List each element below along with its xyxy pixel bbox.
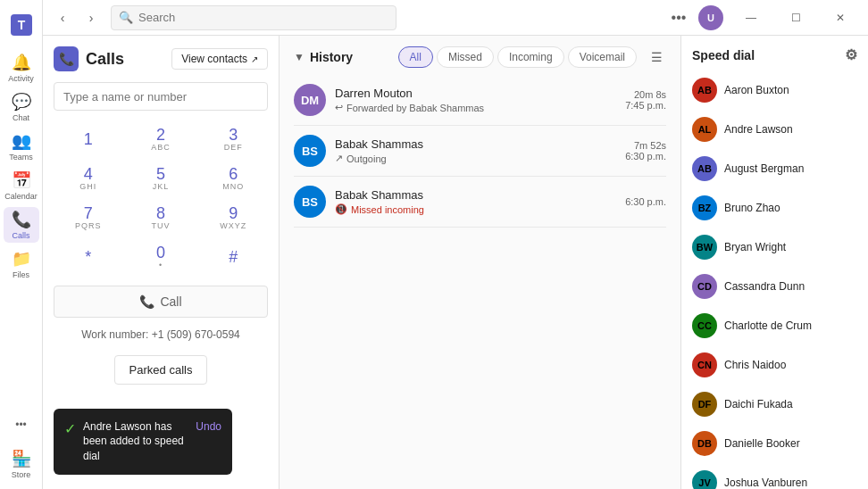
sidebar-item-calendar[interactable]: 📅 Calendar [4,168,39,203]
close-button[interactable]: ✕ [820,4,861,32]
filter-tab-incoming[interactable]: Incoming [497,46,564,68]
speed-dial-item[interactable]: JV Joshua Vanburen [689,463,861,489]
speed-dial-name: Daichi Fukada [724,398,793,410]
dial-key-9[interactable]: 9WXYZ [199,200,268,236]
history-time: 6:30 p.m. [625,196,666,207]
files-icon: 📁 [12,249,31,269]
history-avatar: DM [294,84,326,116]
filter-more-button[interactable]: ☰ [647,46,666,68]
sidebar-item-files[interactable]: 📁 Files [4,246,39,282]
chat-icon: 💬 [12,92,31,112]
dial-key-4[interactable]: 4GHI [54,161,122,196]
call-button[interactable]: 📞 Call [54,286,268,318]
toast-undo-button[interactable]: Undo [196,420,221,433]
speed-dial-avatar: BZ [692,195,717,220]
search-bar[interactable]: 🔍 [111,5,396,30]
parked-calls-button[interactable]: Parked calls [114,355,208,385]
dial-key-8[interactable]: 8TUV [126,200,195,236]
history-item[interactable]: BS Babak Shammas ↗ Outgoing 7m 52s 6:30 … [294,126,666,177]
sidebar-item-files-label: Files [13,270,29,279]
history-name: Babak Shammas [335,188,625,202]
store-icon: 🏪 [12,449,31,468]
dial-key-#[interactable]: # [199,239,268,275]
sidebar-item-chat[interactable]: 💬 Chat [4,89,39,125]
dial-sub: WXYZ [220,221,246,230]
search-input[interactable] [138,11,388,24]
speed-dial-panel: Speed dial ⚙ AB Aaron Buxton AL Andre La… [680,36,868,489]
dial-num: 7 [84,205,93,221]
forward-button[interactable]: › [79,5,104,30]
user-avatar[interactable]: U [698,5,723,30]
dial-key-0[interactable]: 0• [126,239,195,275]
filter-tab-missed[interactable]: Missed [437,46,494,68]
speed-dial-item[interactable]: BZ Bruno Zhao [689,188,861,228]
speed-dial-item[interactable]: DF Daichi Fukada [689,385,861,424]
speed-dial-name: Danielle Booker [724,437,800,450]
calls-heading: Calls [86,50,124,69]
history-name: Babak Shammas [335,137,625,151]
back-button[interactable]: ‹ [50,5,75,30]
history-meta: 6:30 p.m. [625,196,666,207]
more-options-button[interactable]: ••• [666,5,691,30]
speed-dial-item[interactable]: AB August Bergman [689,149,861,188]
speed-dial-heading: Speed dial [692,48,755,62]
calendar-icon: 📅 [12,170,31,190]
dial-key-2[interactable]: 2ABC [126,121,195,157]
history-list: DM Darren Mouton ↩ Forwarded by Babak Sh… [280,75,680,489]
sidebar-item-calls[interactable]: 📞 Calls [4,207,39,243]
history-sub-text: Missed incoming [351,204,424,215]
forwarded-icon: ↩ [335,102,343,113]
maximize-button[interactable]: ☐ [775,4,816,32]
history-duration: 7m 52s [625,140,666,151]
sidebar-item-store[interactable]: 🏪 Store [4,446,39,482]
filter-tab-all[interactable]: All [398,46,433,68]
dial-key-3[interactable]: 3DEF [199,121,268,157]
sidebar-item-activity[interactable]: 🔔 Activity [4,50,39,86]
work-number: Work number: +1 (509) 670-0594 [54,328,268,341]
history-item[interactable]: BS Babak Shammas 📵 Missed incoming 6:30 … [294,177,666,228]
speed-dial-item[interactable]: DB Danielle Booker [689,424,861,463]
external-link-icon: ↗ [251,54,258,64]
speed-dial-name: August Bergman [724,162,804,175]
speed-dial-avatar: AB [692,78,717,103]
speed-dial-item[interactable]: AB Aaron Buxton [689,70,861,110]
missed-icon: 📵 [335,203,347,215]
dial-key-6[interactable]: 6MNO [199,161,268,196]
svg-text:T: T [17,18,25,32]
history-time: 7:45 p.m. [625,100,666,111]
name-number-input[interactable] [54,82,268,111]
speed-dial-item[interactable]: CC Charlotte de Crum [689,306,861,345]
history-time: 6:30 p.m. [625,151,666,162]
speed-dial-avatar: AB [692,156,717,181]
sidebar-item-teams[interactable]: 👥 Teams [4,128,39,164]
sidebar-item-calendar-label: Calendar [4,192,38,201]
history-meta: 20m 8s 7:45 p.m. [625,89,666,111]
dial-sub: • [159,261,163,269]
sidebar-item-chat-label: Chat [13,113,29,122]
speed-dial-name: Bryan Wright [724,241,786,253]
dial-key-7[interactable]: 7PQRS [54,200,122,236]
sidebar-item-more[interactable]: ••• [4,407,39,443]
speed-dial-avatar: CN [692,352,717,377]
sidebar-nav: 🔔 Activity 💬 Chat 👥 Teams 📅 Calendar 📞 C… [4,50,39,407]
more-icon: ••• [15,419,27,431]
speed-dial-item[interactable]: CN Chris Naidoo [689,345,861,385]
minimize-button[interactable]: — [730,4,772,32]
dial-key-5[interactable]: 5JKL [126,161,195,196]
dial-key-1[interactable]: 1 [54,121,122,157]
speed-dial-settings-button[interactable]: ⚙ [845,46,857,63]
speed-dial-item[interactable]: CD Cassandra Dunn [689,267,861,306]
speed-dial-avatar: AL [692,117,717,142]
history-item[interactable]: DM Darren Mouton ↩ Forwarded by Babak Sh… [294,75,666,126]
history-meta: 7m 52s 6:30 p.m. [625,140,666,162]
dial-key-*[interactable]: * [54,239,122,275]
history-arrow[interactable]: ▼ [294,51,305,63]
filter-tab-voicemail[interactable]: Voicemail [568,46,637,68]
view-contacts-button[interactable]: View contacts ↗ [171,48,268,70]
speed-dial-item[interactable]: BW Bryan Wright [689,228,861,267]
history-duration: 20m 8s [625,89,666,100]
speed-dial-item[interactable]: AL Andre Lawson [689,110,861,149]
dial-num: 4 [84,166,93,182]
sidebar-item-calls-label: Calls [12,231,29,240]
history-name: Darren Mouton [335,87,625,100]
